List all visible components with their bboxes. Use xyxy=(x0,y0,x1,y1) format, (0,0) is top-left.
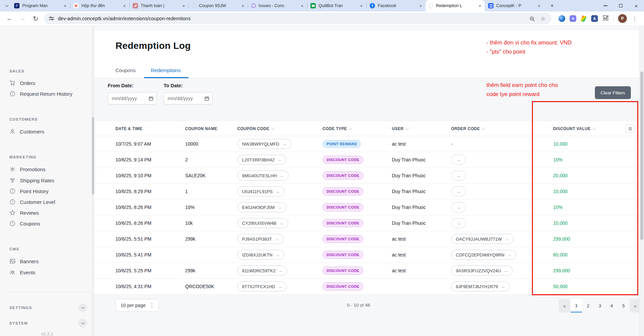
order-link-button[interactable]: → xyxy=(451,186,466,196)
coupon-code-chip[interactable]: 811WDRC59TK2→ xyxy=(237,266,287,276)
site-settings-icon[interactable] xyxy=(49,17,54,20)
page-number-4[interactable]: 4 xyxy=(606,299,617,312)
sort-icon[interactable]: ↓↑ xyxy=(406,127,409,131)
close-icon[interactable]: × xyxy=(122,3,127,9)
close-icon[interactable]: × xyxy=(299,3,305,9)
sidebar-scrollbar[interactable] xyxy=(92,26,94,336)
sidebar-item-request-return-history[interactable]: Request Return History xyxy=(9,91,72,97)
browser-tab-program[interactable]: P Program Man × xyxy=(11,0,70,11)
per-page-selector[interactable]: 10 per page ⋮ xyxy=(115,299,159,312)
coupon-code-chip[interactable]: 8T7XJTFCX1HD→ xyxy=(237,281,287,292)
from-date-field[interactable] xyxy=(112,96,146,101)
header-coupon-code[interactable]: COUPON CODE↓↑ xyxy=(237,126,323,131)
clear-filters-button[interactable]: Clear Filters xyxy=(595,86,631,99)
sidebar-item-reviews[interactable]: Reviews xyxy=(9,210,39,216)
sidebar-item-coupons[interactable]: Coupons xyxy=(9,220,40,226)
sort-icon[interactable]: ↓↑ xyxy=(482,127,485,131)
back-button[interactable]: ← xyxy=(3,13,15,24)
prev-page-button[interactable]: « xyxy=(559,299,570,312)
new-tab-button[interactable]: + xyxy=(547,1,557,10)
settings-expand-button[interactable] xyxy=(78,303,87,312)
sidebar-item-promotions[interactable]: Promotions xyxy=(9,166,45,172)
close-icon[interactable]: × xyxy=(418,3,423,9)
order-code-chip[interactable]: 8JF9EM7J6JYH1R79→ xyxy=(451,281,510,292)
close-icon[interactable]: × xyxy=(181,3,187,9)
order-code-chip[interactable]: CDFCQ2EPDW8YQ9RN→ xyxy=(451,250,516,260)
header-order-code[interactable]: ORDER CODE↓↑ xyxy=(451,126,553,131)
browser-tab-redemption-active[interactable]: Redemption L × xyxy=(426,0,485,11)
browser-tab-coupon[interactable]: Coupon 9SJW × xyxy=(189,0,248,11)
sidebar-item-shipping-rates[interactable]: Shipping Rates xyxy=(9,177,54,183)
to-date-input[interactable] xyxy=(164,92,213,104)
extensions-puzzle-icon[interactable] xyxy=(602,14,609,23)
translate-extension-icon[interactable]: A xyxy=(591,15,598,22)
sidebar-item-customer-level[interactable]: Customer Level xyxy=(9,199,55,205)
window-scrollbar[interactable] xyxy=(639,26,644,336)
order-link-button[interactable]: → xyxy=(451,155,466,165)
scrollbar-thumb[interactable] xyxy=(92,117,94,194)
sort-icon[interactable]: ↓↑ xyxy=(271,127,274,131)
header-user[interactable]: USER↓↑ xyxy=(392,126,451,131)
browser-menu-kebab-icon[interactable]: ⋮ xyxy=(631,16,638,22)
sort-icon[interactable]: ↓↑ xyxy=(592,127,596,131)
to-date-field[interactable] xyxy=(168,96,202,101)
header-code-type[interactable]: CODE TYPE↓↑ xyxy=(323,126,392,131)
sort-icon[interactable]: ↓↑ xyxy=(349,127,352,131)
browser-tab-conceptk[interactable]: ConceptK - P × xyxy=(485,0,544,11)
coupon-code-chip[interactable]: CY295U0SVW4B→ xyxy=(237,218,288,228)
forward-button[interactable]: → xyxy=(16,13,29,24)
sidebar-item-point-history[interactable]: Point History xyxy=(9,188,48,194)
page-number-2[interactable]: 2 xyxy=(582,299,594,312)
coupon-code-chip[interactable]: NWJBW9YQLMFD→ xyxy=(237,139,291,149)
column-settings-button[interactable] xyxy=(625,125,635,133)
page-number-1[interactable]: 1 xyxy=(571,299,582,312)
window-close-button[interactable]: × xyxy=(629,0,644,11)
coupon-code-chip[interactable]: IZGI6XJ2UKTN→ xyxy=(237,250,284,260)
zoom-out-icon[interactable] xyxy=(528,15,536,22)
feather-extension-icon[interactable] xyxy=(581,16,587,22)
sidebar-item-events[interactable]: Events xyxy=(9,269,35,275)
sidebar-item-banners[interactable]: Banners xyxy=(9,258,39,264)
close-icon[interactable]: × xyxy=(359,3,364,9)
window-minimize-button[interactable] xyxy=(598,0,613,11)
next-page-button[interactable]: » xyxy=(630,299,639,312)
sidebar-section-settings[interactable]: SETTINGS xyxy=(9,306,32,310)
tab-search-button[interactable] xyxy=(3,2,11,10)
order-link-button[interactable]: → xyxy=(451,218,466,228)
profile-avatar[interactable]: P xyxy=(618,14,627,23)
browser-tab-facebook[interactable]: f Facebook × xyxy=(366,0,426,11)
coupon-code-chip[interactable]: E40JAK9OFJ5M→ xyxy=(237,202,286,212)
close-icon[interactable]: × xyxy=(536,3,542,9)
tab-coupons[interactable]: Coupons xyxy=(115,62,136,78)
tab-redemptions[interactable]: Redemptions xyxy=(151,62,180,78)
browser-tab-payment[interactable]: Thanh toán | × xyxy=(129,0,189,11)
window-maximize-button[interactable] xyxy=(613,0,629,11)
sidebar-item-customers[interactable]: Customers xyxy=(9,128,44,134)
close-icon[interactable]: × xyxy=(477,3,483,9)
browser-tab-issues[interactable]: Issues - Conc × xyxy=(248,0,307,11)
browser-tab-quillbot[interactable]: QuillBot Tran × xyxy=(307,0,366,11)
order-code-chip[interactable]: 9ASRS3FUZ2VQV24U→ xyxy=(451,266,513,276)
scrollbar-thumb[interactable] xyxy=(640,71,643,240)
from-date-input[interactable] xyxy=(108,92,157,104)
close-icon[interactable]: × xyxy=(240,3,246,9)
orb-extension-icon[interactable] xyxy=(558,15,565,22)
url-text[interactable]: dev-admin.conceptk.vn/admin/extensions/c… xyxy=(58,16,524,21)
close-icon[interactable]: × xyxy=(62,3,68,9)
reload-button[interactable]: ↻ xyxy=(30,13,42,24)
coupon-code-chip[interactable]: 8MG40UTESLHH→ xyxy=(237,171,289,181)
page-number-3[interactable]: 3 xyxy=(594,299,606,312)
coupon-code-chip[interactable]: U0J411FL91PS→ xyxy=(237,186,284,196)
order-link-button[interactable]: → xyxy=(451,202,466,212)
coupon-code-chip[interactable]: L20TXRP3BH42→ xyxy=(237,155,286,165)
coupon-code-chip[interactable]: PJ9AS1PI383T→ xyxy=(237,234,284,244)
order-code-chip[interactable]: GACY9JJAUWBJ771W→ xyxy=(451,234,514,244)
url-bar[interactable]: dev-admin.conceptk.vn/admin/extensions/c… xyxy=(44,13,551,24)
bookmark-star-icon[interactable]: ☆ xyxy=(539,15,547,22)
sidebar-section-system[interactable]: SYSTEM xyxy=(9,321,28,325)
snowflake-extension-icon[interactable]: ❄ xyxy=(570,15,576,22)
browser-tab-gmail[interactable]: M Hộp thư đến × xyxy=(70,0,129,11)
page-number-5[interactable]: 5 xyxy=(618,299,629,312)
sidebar-item-orders[interactable]: Orders xyxy=(9,80,35,86)
system-expand-button[interactable] xyxy=(78,319,87,328)
